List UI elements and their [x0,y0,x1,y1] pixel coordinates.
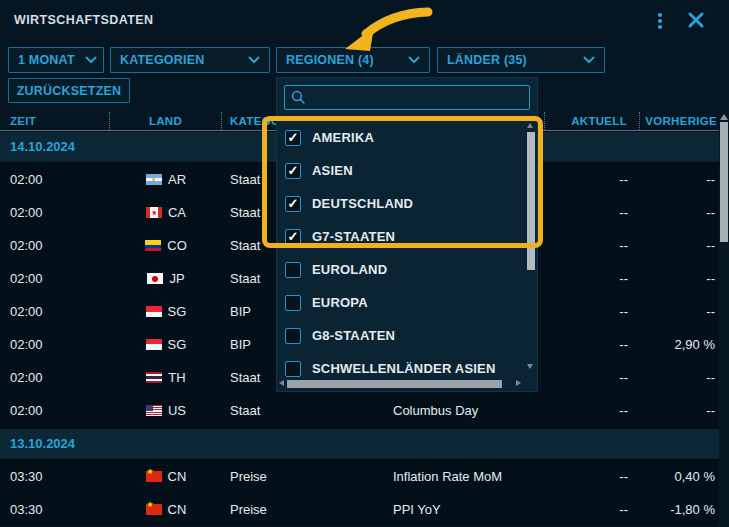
scrollbar-thumb[interactable] [287,380,502,388]
chevron-down-icon [85,56,97,64]
vorherige-cell: -- [640,262,719,295]
country-code: AR [168,172,186,187]
chevron-down-icon [408,56,420,64]
country-code: US [168,403,186,418]
checkbox-checked-icon[interactable]: ✓ [285,229,301,245]
vorherige-cell: -- [640,394,719,427]
aktuell-cell: -- [545,361,640,394]
country-cell: CN [110,493,222,526]
country-flag-icon [146,207,162,218]
region-option[interactable]: G8-STAATEN [277,319,523,352]
checkbox-checked-icon[interactable]: ✓ [285,130,301,146]
region-option[interactable]: ✓AMERIKA [277,121,523,154]
titlebar: WIRTSCHAFTSDATEN [0,0,729,40]
regions-dropdown-panel: ✓AMERIKA✓ASIEN✓DEUTSCHLAND✓G7-STAATENEUR… [276,77,538,392]
country-flag-icon [146,405,162,416]
vorherige-cell: 0,40 % [640,460,719,493]
time-cell: 03:30 [0,460,110,493]
region-option-label: EUROLAND [312,262,387,277]
table-scrollbar[interactable] [719,112,729,527]
panel-separator [277,118,537,119]
table-row[interactable]: 02:00USStaatColumbus Day---- [0,394,719,427]
region-option[interactable]: ✓DEUTSCHLAND [277,187,523,220]
country-code: CN [168,469,187,484]
time-cell: 02:00 [0,229,110,262]
region-option-label: AMERIKA [312,130,374,145]
country-cell: CO [110,229,222,262]
checkbox-unchecked-icon[interactable] [285,295,301,311]
scroll-up-arrow-icon[interactable] [527,123,533,128]
scroll-left-arrow-icon[interactable] [279,380,284,386]
region-option[interactable]: ✓ASIEN [277,154,523,187]
panel-horizontal-scrollbar[interactable] [279,379,521,388]
country-cell: JP [110,262,222,295]
column-header: VORHERIGE [640,112,719,130]
time-cell: 02:00 [0,262,110,295]
country-flag-icon [145,240,161,251]
regions-dropdown-button[interactable]: REGIONEN (4) [276,47,430,73]
date-band: 13.10.2024 [0,427,719,460]
country-cell: SG [110,295,222,328]
aktuell-cell: -- [545,460,640,493]
reset-button[interactable]: ZURÜCKSETZEN [8,78,130,103]
scroll-right-arrow-icon[interactable] [516,380,521,386]
country-code: TH [168,370,185,385]
checkbox-unchecked-icon[interactable] [285,262,301,278]
kebab-menu-icon[interactable] [653,11,667,31]
aktuell-cell: -- [545,163,640,196]
region-option[interactable]: EUROLAND [277,253,523,286]
checkbox-checked-icon[interactable]: ✓ [285,196,301,212]
country-flag-icon [146,372,162,383]
scroll-up-arrow-icon[interactable] [720,114,728,120]
panel-vertical-scrollbar[interactable] [526,123,535,369]
column-header: LAND [110,112,222,130]
reset-label: ZURÜCKSETZEN [17,84,121,98]
categories-label: KATEGORIEN [120,53,204,67]
country-code: CN [168,502,187,517]
window-title: WIRTSCHAFTSDATEN [14,13,154,27]
scrollbar-thumb[interactable] [720,122,728,242]
checkbox-checked-icon[interactable]: ✓ [285,163,301,179]
country-flag-icon [146,504,162,515]
table-row[interactable]: 03:30CNPreiseInflation Rate MoM--0,40 % [0,460,719,493]
scroll-down-arrow-icon[interactable] [527,364,533,369]
aktuell-cell: -- [545,229,640,262]
aktuell-cell: -- [545,328,640,361]
vorherige-cell: -- [640,361,719,394]
country-cell: TH [110,361,222,394]
region-option-label: DEUTSCHLAND [312,196,413,211]
checkbox-unchecked-icon[interactable] [285,328,301,344]
region-option[interactable]: ✓G7-STAATEN [277,220,523,253]
vorherige-cell: -1,80 % [640,493,719,526]
scrollbar-thumb[interactable] [527,132,535,270]
search-icon [291,90,306,105]
event-cell: Columbus Day [380,394,545,427]
period-dropdown-button[interactable]: 1 MONAT [8,47,104,73]
country-flag-icon [146,174,162,185]
aktuell-cell: -- [545,196,640,229]
region-option-label: G8-STAATEN [312,328,395,343]
country-code: SG [168,304,187,319]
countries-dropdown-button[interactable]: LÄNDER (35) [437,47,605,73]
category-cell: Preise [222,460,380,493]
countries-label: LÄNDER (35) [447,53,527,67]
country-cell: US [110,394,222,427]
country-flag-icon [146,471,162,482]
region-option-label: G7-STAATEN [312,229,395,244]
region-search-input[interactable] [312,90,512,105]
country-code: JP [169,271,184,286]
time-cell: 02:00 [0,394,110,427]
time-cell: 02:00 [0,328,110,361]
region-search-box[interactable] [284,85,530,110]
country-cell: AR [110,163,222,196]
time-cell: 02:00 [0,163,110,196]
country-code: CO [167,238,187,253]
regions-label: REGIONEN (4) [286,53,374,67]
category-cell: Staat [222,394,380,427]
checkbox-unchecked-icon[interactable] [285,361,301,377]
categories-dropdown-button[interactable]: KATEGORIEN [110,47,270,73]
table-row[interactable]: 03:30CNPreisePPI YoY---1,80 % [0,493,719,526]
close-icon[interactable] [687,11,705,29]
period-label: 1 MONAT [18,53,75,67]
region-option[interactable]: EUROPA [277,286,523,319]
